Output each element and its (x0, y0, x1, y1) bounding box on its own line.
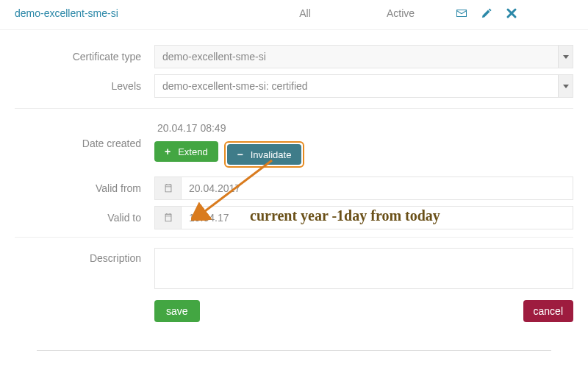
cert-type-select[interactable]: demo-excellent-sme-si (154, 45, 573, 68)
levels-value: demo-excellent-sme-si: certified (162, 80, 308, 92)
valid-from-input[interactable]: 20.04.2017 (154, 177, 573, 200)
valid-from-value: 20.04.2017 (182, 177, 573, 199)
save-button[interactable]: save (154, 300, 200, 322)
tab-all[interactable]: All (257, 7, 353, 19)
levels-select[interactable]: demo-excellent-sme-si: certified (154, 74, 573, 98)
mail-icon[interactable] (456, 7, 467, 19)
label-date-created: Date created (15, 138, 154, 149)
certificate-form: Certificate type demo-excellent-sme-si L… (0, 30, 588, 322)
label-levels: Levels (15, 80, 154, 92)
label-valid-from: Valid from (15, 182, 154, 194)
edit-icon[interactable] (481, 7, 492, 19)
invalidate-button[interactable]: − Invalidate (227, 144, 302, 165)
label-valid-to: Valid to (15, 212, 154, 224)
form-actions: save cancel (15, 300, 573, 322)
cert-type-value: demo-excellent-sme-si (162, 51, 266, 63)
date-created-value: 20.04.17 08:49 (154, 119, 573, 141)
description-input[interactable] (154, 248, 573, 289)
calendar-icon[interactable] (155, 177, 182, 199)
label-description: Description (15, 248, 154, 264)
extend-label: Extend (178, 146, 207, 157)
label-cert-type: Certificate type (15, 51, 154, 63)
invalidate-label: Invalidate (251, 149, 292, 160)
header-tabs: demo-excellent-sme-si All Active (0, 0, 588, 30)
valid-to-value: 19.04.17 (182, 207, 573, 229)
tab-certificate-link[interactable]: demo-excellent-sme-si (15, 7, 257, 19)
plus-icon: + (165, 146, 171, 157)
close-icon[interactable] (506, 7, 517, 19)
calendar-icon[interactable] (155, 207, 182, 229)
chevron-down-icon (558, 75, 573, 97)
header-actions (456, 7, 517, 19)
extend-button[interactable]: + Extend (154, 141, 218, 162)
cancel-button[interactable]: cancel (523, 300, 573, 322)
tab-active[interactable]: Active (353, 7, 448, 19)
minus-icon: − (237, 149, 243, 160)
bottom-divider (37, 350, 551, 351)
valid-to-input[interactable]: 19.04.17 (154, 206, 573, 229)
invalidate-highlight: − Invalidate (224, 141, 305, 168)
chevron-down-icon (558, 46, 573, 68)
